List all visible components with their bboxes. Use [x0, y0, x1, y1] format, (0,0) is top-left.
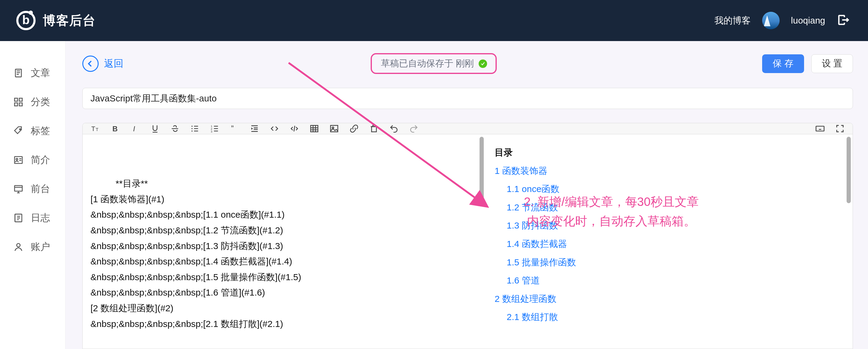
bold-icon[interactable]: B [110, 123, 121, 134]
toc-link[interactable]: 1.6 管道 [507, 271, 845, 290]
svg-rect-8 [14, 186, 22, 191]
svg-text:I: I [133, 125, 135, 133]
logout-icon[interactable] [837, 13, 850, 28]
inline-code-icon[interactable] [269, 123, 280, 134]
main-content: 返回 草稿已自动保存于 刚刚 保 存 设 置 TT B I [65, 41, 868, 349]
edit-bar: 返回 草稿已自动保存于 刚刚 保 存 设 置 [82, 53, 853, 74]
svg-rect-26 [816, 126, 824, 131]
check-circle-icon [478, 59, 487, 68]
sidebar-item-log[interactable]: 日志 [0, 203, 65, 232]
toc-link[interactable]: 1.4 函数拦截器 [507, 235, 845, 253]
quote-icon[interactable]: ” [229, 123, 240, 134]
image-icon[interactable] [329, 123, 340, 134]
toc-link[interactable]: 1 函数装饰器 [495, 162, 845, 180]
svg-point-7 [16, 158, 18, 160]
sidebar-item-category[interactable]: 分类 [0, 88, 65, 117]
svg-point-16 [191, 128, 193, 129]
toc-link[interactable]: 2 数组处理函数 [495, 290, 845, 308]
delete-icon[interactable] [369, 123, 379, 134]
svg-text:T: T [91, 125, 95, 133]
sidebar-item-tag[interactable]: 标签 [0, 117, 65, 146]
back-button[interactable]: 返回 [82, 56, 123, 72]
svg-rect-22 [311, 125, 318, 132]
sidebar-item-article[interactable]: 文章 [0, 59, 65, 88]
sidebar-item-front[interactable]: 前台 [0, 175, 65, 203]
svg-point-17 [191, 130, 193, 132]
sidebar-item-label: 简介 [31, 153, 50, 167]
toc-heading: 目录 [495, 143, 845, 162]
undo-icon[interactable] [389, 123, 399, 134]
heading-icon[interactable]: TT [90, 123, 101, 134]
code-block-icon[interactable] [289, 123, 300, 134]
article-title-input[interactable] [82, 88, 853, 109]
strikethrough-icon[interactable] [169, 123, 180, 134]
sidebar-item-account[interactable]: 账户 [0, 232, 65, 261]
svg-point-15 [191, 125, 193, 127]
toc-link[interactable]: 2.1 数组打散 [507, 308, 845, 326]
settings-button[interactable]: 设 置 [811, 54, 853, 73]
sidebar-item-label: 账户 [31, 240, 50, 254]
brand-logo-icon: b [16, 11, 36, 30]
editor-preview-pane: 目录 1 函数装饰器 1.1 once函数 1.2 节流函数 1.3 防抖函数 … [486, 134, 852, 349]
indent-icon[interactable] [249, 123, 260, 134]
my-blog-link[interactable]: 我的博客 [714, 14, 751, 27]
editor-toolbar: TT B I 123 ” [83, 123, 852, 134]
svg-rect-3 [14, 103, 18, 106]
svg-text:”: ” [231, 124, 234, 133]
source-text: **目录** [1 函数装饰器](#1) &nbsp;&nbsp;&nbsp;&… [91, 178, 301, 349]
editor: TT B I 123 ” [82, 123, 853, 349]
arrow-left-icon [82, 56, 99, 72]
svg-text:B: B [113, 125, 118, 133]
keyboard-icon[interactable] [815, 123, 826, 134]
italic-icon[interactable]: I [130, 123, 141, 134]
svg-text:3: 3 [211, 130, 212, 133]
sidebar-item-label: 标签 [31, 124, 50, 138]
svg-text:T: T [96, 127, 98, 132]
svg-rect-25 [372, 126, 376, 132]
sidebar-item-label: 前台 [31, 182, 50, 196]
back-label: 返回 [104, 57, 123, 70]
sidebar-item-label: 分类 [31, 95, 50, 109]
fullscreen-icon[interactable] [835, 123, 845, 134]
table-icon[interactable] [309, 123, 320, 134]
sidebar-item-label: 文章 [31, 66, 50, 80]
sidebar-item-label: 日志 [31, 211, 50, 225]
svg-rect-4 [19, 103, 22, 106]
sidebar-item-profile[interactable]: 简介 [0, 146, 65, 175]
brand: b 博客后台 [16, 11, 96, 30]
svg-rect-23 [331, 125, 338, 132]
underline-icon[interactable] [150, 123, 160, 134]
sidebar: 文章 分类 标签 简介 前台 日志 账户 [0, 41, 65, 349]
ordered-list-icon[interactable]: 123 [209, 123, 220, 134]
svg-rect-1 [14, 98, 18, 101]
top-bar: b 博客后台 我的博客 luoqiang [0, 0, 868, 41]
brand-title: 博客后台 [43, 12, 96, 29]
svg-point-5 [20, 128, 21, 130]
scrollbar[interactable] [846, 137, 851, 203]
avatar[interactable] [762, 12, 780, 29]
username-label[interactable]: luoqiang [791, 16, 825, 26]
annotation-text: 2. 新增/编辑文章，每30秒且文章 内容变化时，自动存入草稿箱。 [491, 192, 732, 231]
draft-status-text: 草稿已自动保存于 刚刚 [381, 57, 474, 70]
editor-source-pane[interactable]: **目录** [1 函数装饰器](#1) &nbsp;&nbsp;&nbsp;&… [83, 134, 486, 349]
link-icon[interactable] [349, 123, 360, 134]
save-button[interactable]: 保 存 [762, 54, 804, 73]
draft-status-pill: 草稿已自动保存于 刚刚 [371, 53, 497, 74]
unordered-list-icon[interactable] [189, 123, 200, 134]
toc-link[interactable]: 1.5 批量操作函数 [507, 253, 845, 272]
svg-point-10 [17, 244, 20, 247]
svg-rect-2 [19, 98, 22, 101]
scrollbar[interactable] [479, 137, 484, 203]
redo-icon[interactable] [408, 123, 419, 134]
